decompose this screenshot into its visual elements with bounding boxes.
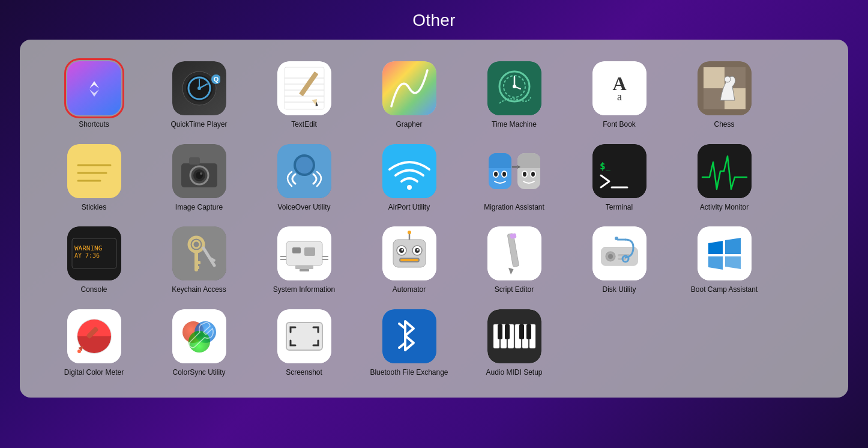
svg-marker-119 bbox=[725, 238, 741, 254]
apps-grid: Shortcuts Q QuickTime bbox=[20, 40, 848, 398]
svg-rect-85 bbox=[304, 247, 315, 256]
svg-rect-117 bbox=[698, 226, 752, 280]
app-quicktime[interactable]: Q QuickTime Player bbox=[146, 56, 252, 133]
app-textedit[interactable]: TextEdit bbox=[252, 56, 357, 133]
svg-rect-143 bbox=[498, 324, 502, 339]
app-label-activitymonitor: Activity Monitor bbox=[700, 203, 749, 213]
app-imagecapture[interactable]: Image Capture bbox=[146, 139, 252, 216]
app-label-chess: Chess bbox=[714, 120, 734, 130]
app-colorimeter[interactable]: Digital Color Meter bbox=[41, 304, 146, 381]
svg-rect-29 bbox=[704, 67, 725, 88]
svg-rect-59 bbox=[517, 161, 540, 168]
svg-rect-133 bbox=[382, 309, 436, 363]
app-terminal[interactable]: $ _ Terminal bbox=[567, 139, 672, 216]
app-label-colorsync: ColorSync Utility bbox=[172, 368, 225, 378]
app-label-migration: Migration Assistant bbox=[484, 203, 544, 213]
svg-point-43 bbox=[200, 172, 202, 175]
svg-point-116 bbox=[615, 237, 618, 240]
app-airport[interactable]: AirPort Utility bbox=[357, 139, 462, 216]
app-label-automator: Automator bbox=[393, 285, 426, 295]
app-timemachine[interactable]: Time Machine bbox=[462, 56, 567, 133]
app-label-diskutility: Disk Utility bbox=[603, 285, 636, 295]
app-icon-colorsync bbox=[172, 309, 226, 363]
svg-point-33 bbox=[725, 76, 731, 82]
app-icon-stickies bbox=[67, 144, 121, 198]
app-icon-fontbook: A a bbox=[592, 61, 646, 115]
app-stickies[interactable]: Stickies bbox=[41, 139, 146, 216]
app-icon-sysinfo bbox=[277, 226, 331, 280]
app-label-bootcamp: Boot Camp Assistant bbox=[691, 285, 758, 295]
app-icon-quicktime: Q bbox=[172, 61, 226, 115]
apps-row-2: Stickies Image Captu bbox=[41, 139, 827, 216]
page-title: Other bbox=[412, 11, 456, 30]
app-diskutility[interactable]: Disk Utility bbox=[567, 222, 672, 298]
app-screenshot[interactable]: Screenshot bbox=[252, 304, 357, 381]
apps-row-3: WARNING AY 7:36 Console bbox=[41, 222, 827, 298]
app-icon-keychain bbox=[172, 226, 226, 280]
app-label-stickies: Stickies bbox=[82, 203, 106, 213]
apps-row-1: Shortcuts Q QuickTime bbox=[41, 56, 827, 133]
app-console[interactable]: WARNING AY 7:36 Console bbox=[41, 222, 146, 298]
svg-point-56 bbox=[502, 172, 506, 177]
app-label-airport: AirPort Utility bbox=[388, 203, 430, 213]
app-icon-diskutility bbox=[592, 226, 646, 280]
app-label-audiomidi: Audio MIDI Setup bbox=[486, 368, 542, 378]
app-icon-audiomidi bbox=[487, 309, 541, 363]
svg-rect-52 bbox=[489, 161, 511, 168]
svg-point-126 bbox=[77, 350, 81, 353]
app-voiceover[interactable]: VoiceOver Utility bbox=[252, 139, 357, 216]
svg-point-103 bbox=[408, 231, 411, 234]
svg-point-55 bbox=[494, 172, 498, 177]
app-label-bluetooth: Bluetooth File Exchange bbox=[370, 368, 448, 378]
svg-rect-79 bbox=[194, 266, 199, 269]
app-icon-bluetooth bbox=[382, 309, 436, 363]
app-label-voiceover: VoiceOver Utility bbox=[277, 203, 330, 213]
app-bluetooth[interactable]: Bluetooth File Exchange bbox=[357, 304, 462, 381]
app-label-shortcuts: Shortcuts bbox=[79, 120, 109, 130]
app-icon-colorimeter bbox=[67, 309, 121, 363]
app-icon-console: WARNING AY 7:36 bbox=[67, 226, 121, 280]
app-icon-chess bbox=[698, 61, 752, 115]
app-icon-activitymonitor bbox=[698, 144, 752, 198]
app-chess[interactable]: Chess bbox=[672, 56, 777, 133]
app-icon-bootcamp bbox=[698, 226, 752, 280]
app-automator[interactable]: Automator bbox=[357, 222, 462, 298]
app-activitymonitor[interactable]: Activity Monitor bbox=[672, 139, 777, 216]
app-label-timemachine: Time Machine bbox=[492, 120, 537, 130]
svg-rect-90 bbox=[295, 265, 313, 269]
svg-point-99 bbox=[417, 249, 418, 251]
app-audiomidi[interactable]: Audio MIDI Setup bbox=[462, 304, 567, 381]
app-sysinfo[interactable]: System Information bbox=[252, 222, 357, 298]
app-icon-shortcuts bbox=[67, 61, 121, 115]
svg-point-47 bbox=[296, 157, 313, 174]
svg-rect-74 bbox=[172, 226, 226, 280]
svg-text:a: a bbox=[617, 91, 622, 103]
app-icon-textedit bbox=[277, 61, 331, 115]
app-bootcamp[interactable]: Boot Camp Assistant bbox=[672, 222, 777, 298]
app-keychain[interactable]: Keychain Access bbox=[146, 222, 252, 298]
svg-point-63 bbox=[531, 172, 535, 177]
svg-point-98 bbox=[401, 249, 403, 251]
app-icon-grapher bbox=[382, 61, 436, 115]
svg-text:AY 7:36: AY 7:36 bbox=[74, 252, 100, 259]
app-scripteditor[interactable]: Script Editor bbox=[462, 222, 567, 298]
app-label-sysinfo: System Information bbox=[273, 285, 335, 295]
svg-point-111 bbox=[608, 254, 613, 259]
app-icon-screenshot bbox=[277, 309, 331, 363]
svg-text:Q: Q bbox=[213, 76, 219, 83]
app-icon-migration bbox=[487, 144, 541, 198]
svg-point-62 bbox=[523, 172, 526, 177]
app-icon-voiceover bbox=[277, 144, 331, 198]
svg-point-49 bbox=[407, 185, 412, 190]
svg-rect-144 bbox=[505, 324, 510, 339]
svg-rect-101 bbox=[400, 259, 418, 261]
app-label-screenshot: Screenshot bbox=[286, 368, 322, 378]
app-migration[interactable]: Migration Assistant bbox=[462, 139, 567, 216]
app-colorsync[interactable]: ColorSync Utility bbox=[146, 304, 252, 381]
svg-text:WARNING: WARNING bbox=[74, 244, 102, 252]
app-shortcuts[interactable]: Shortcuts bbox=[41, 56, 146, 133]
app-label-textedit: TextEdit bbox=[291, 120, 317, 130]
app-grapher[interactable]: Grapher bbox=[357, 56, 462, 133]
app-fontbook[interactable]: A a Font Book bbox=[567, 56, 672, 133]
app-icon-imagecapture bbox=[172, 144, 226, 198]
